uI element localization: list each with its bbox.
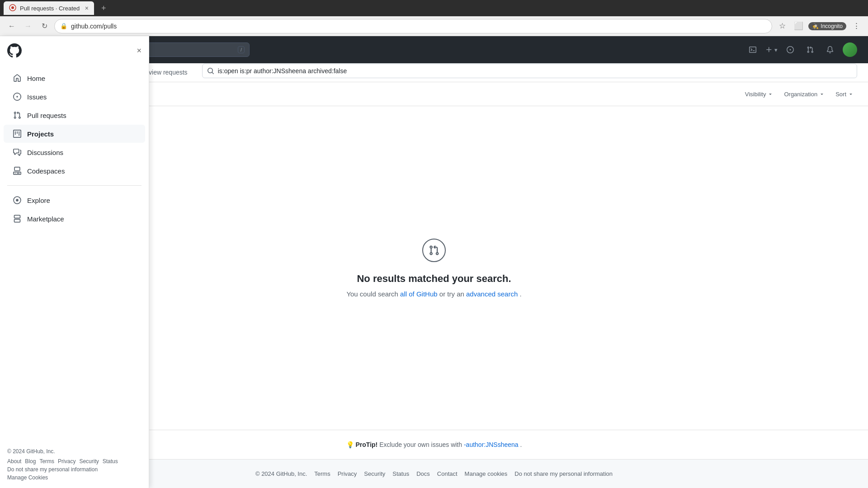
advanced-search-link[interactable]: advanced search bbox=[466, 290, 518, 298]
footer-security[interactable]: Security bbox=[364, 470, 385, 477]
sidebar-link-blog[interactable]: Blog bbox=[25, 458, 36, 465]
sort-dropdown-icon bbox=[848, 91, 854, 97]
sidebar-item-projects-label: Projects bbox=[27, 130, 54, 138]
organization-dropdown-icon bbox=[819, 91, 825, 97]
footer-copyright: © 2024 GitHub, Inc. bbox=[255, 470, 307, 477]
footer-docs[interactable]: Docs bbox=[416, 470, 430, 477]
pr-search-container bbox=[202, 64, 857, 82]
page-wrapper: × Home Issues Pull requests bbox=[0, 36, 868, 488]
pr-search-input-wrapper[interactable] bbox=[202, 64, 857, 78]
sidebar-item-home[interactable]: Home bbox=[4, 69, 145, 87]
add-new-button[interactable]: ▾ bbox=[765, 46, 778, 53]
pr-filter-actions: Visibility Organization Sort bbox=[741, 89, 857, 99]
pr-search-field[interactable] bbox=[218, 67, 852, 75]
sidebar-link-manage-cookies[interactable]: Manage Cookies bbox=[7, 474, 48, 481]
sidebar-item-issues-label: Issues bbox=[27, 93, 47, 101]
search-shortcut: / bbox=[238, 46, 245, 53]
browser-actions: ☆ ⬜ 🕵 Incognito ⋮ bbox=[776, 20, 863, 33]
back-button[interactable]: ← bbox=[5, 20, 18, 33]
sidebar-link-status[interactable]: Status bbox=[103, 458, 118, 465]
tab-favicon bbox=[9, 4, 16, 13]
issues-header-button[interactable] bbox=[783, 42, 797, 57]
user-avatar[interactable] bbox=[843, 42, 857, 57]
footer-manage-cookies[interactable]: Manage cookies bbox=[465, 470, 508, 477]
terminal-button[interactable] bbox=[745, 42, 760, 57]
pr-search-icon bbox=[207, 67, 214, 75]
split-view-button[interactable]: ⬜ bbox=[792, 20, 805, 33]
sidebar-item-marketplace-label: Marketplace bbox=[27, 215, 64, 223]
home-icon bbox=[13, 74, 22, 83]
empty-desc-prefix: You could search bbox=[346, 290, 398, 298]
address-text: github.com/pulls bbox=[71, 23, 117, 30]
codespaces-icon bbox=[13, 166, 22, 175]
empty-desc-suffix: . bbox=[519, 290, 521, 298]
pull-request-empty-icon bbox=[429, 245, 439, 256]
sidebar-link-security[interactable]: Security bbox=[79, 458, 99, 465]
sidebar-footer-links: About Blog Terms Privacy Security Status… bbox=[7, 458, 142, 481]
protip-text-suffix: . bbox=[520, 441, 522, 448]
sidebar-item-projects[interactable]: Projects bbox=[4, 125, 145, 143]
footer-contact[interactable]: Contact bbox=[437, 470, 458, 477]
sidebar-copyright: © 2024 GitHub, Inc. bbox=[7, 448, 142, 455]
lightbulb-icon: 💡 bbox=[346, 441, 354, 448]
new-tab-button[interactable]: + bbox=[98, 1, 110, 15]
footer-do-not-share[interactable]: Do not share my personal information bbox=[514, 470, 613, 477]
protip-label: ProTip! bbox=[356, 441, 378, 448]
svg-point-1 bbox=[11, 6, 14, 9]
incognito-label: Incognito bbox=[821, 23, 843, 29]
sidebar-item-discussions[interactable]: Discussions bbox=[4, 143, 145, 161]
sidebar-link-privacy[interactable]: Privacy bbox=[58, 458, 75, 465]
footer-status[interactable]: Status bbox=[392, 470, 409, 477]
marketplace-icon bbox=[13, 214, 22, 223]
all-github-link[interactable]: all of GitHub bbox=[400, 290, 438, 298]
sidebar-header: × bbox=[0, 36, 149, 65]
more-options-button[interactable]: ⋮ bbox=[850, 20, 863, 33]
sidebar-item-discussions-label: Discussions bbox=[27, 149, 63, 156]
browser-titlebar: Pull requests · Created × + bbox=[0, 0, 868, 16]
sort-filter[interactable]: Sort bbox=[832, 89, 857, 99]
sidebar-item-home-label: Home bbox=[27, 75, 45, 82]
explore-icon bbox=[13, 196, 22, 205]
pull-requests-header-button[interactable] bbox=[803, 42, 817, 57]
tab-close-button[interactable]: × bbox=[85, 5, 89, 12]
sidebar-item-issues[interactable]: Issues bbox=[4, 88, 145, 106]
incognito-icon: 🕵 bbox=[812, 23, 819, 29]
plus-icon bbox=[765, 46, 773, 53]
footer-terms[interactable]: Terms bbox=[314, 470, 330, 477]
browser-toolbar: ← → ↻ 🔒 github.com/pulls ☆ ⬜ 🕵 Incognito… bbox=[0, 16, 868, 36]
exclude-author-link[interactable]: -author:JNSsheena bbox=[464, 441, 519, 448]
sidebar-link-do-not-share[interactable]: Do not share my personal information bbox=[7, 466, 98, 473]
bookmark-button[interactable]: ☆ bbox=[776, 20, 788, 33]
address-bar[interactable]: 🔒 github.com/pulls bbox=[54, 19, 772, 33]
sidebar-item-pull-requests[interactable]: Pull requests bbox=[4, 106, 145, 124]
projects-icon bbox=[13, 129, 22, 138]
lock-icon: 🔒 bbox=[60, 23, 67, 29]
sidebar-link-terms[interactable]: Terms bbox=[39, 458, 54, 465]
sidebar-divider bbox=[7, 185, 142, 186]
reload-button[interactable]: ↻ bbox=[38, 20, 51, 33]
sidebar: × Home Issues Pull requests bbox=[0, 36, 149, 488]
sidebar-link-about[interactable]: About bbox=[7, 458, 21, 465]
sidebar-item-codespaces-label: Codespaces bbox=[27, 167, 65, 175]
active-tab[interactable]: Pull requests · Created × bbox=[4, 1, 94, 15]
sidebar-item-explore[interactable]: Explore bbox=[4, 191, 145, 209]
empty-state-icon bbox=[422, 239, 446, 262]
organization-filter[interactable]: Organization bbox=[780, 89, 828, 99]
forward-button[interactable]: → bbox=[22, 20, 34, 33]
visibility-filter[interactable]: Visibility bbox=[741, 89, 777, 99]
tab-title: Pull requests · Created bbox=[20, 5, 80, 12]
empty-state-description: You could search all of GitHub or try an… bbox=[346, 290, 521, 298]
sidebar-close-button[interactable]: × bbox=[137, 46, 142, 56]
incognito-badge: 🕵 Incognito bbox=[808, 22, 846, 30]
sidebar-item-explore-label: Explore bbox=[27, 197, 50, 204]
footer-privacy[interactable]: Privacy bbox=[338, 470, 357, 477]
pull-requests-icon bbox=[13, 111, 22, 120]
notifications-button[interactable] bbox=[823, 42, 837, 57]
header-actions: ▾ bbox=[745, 42, 857, 57]
sidebar-item-codespaces[interactable]: Codespaces bbox=[4, 162, 145, 180]
discussions-icon bbox=[13, 148, 22, 157]
empty-state-title: No results matched your search. bbox=[357, 273, 511, 285]
sidebar-item-pull-requests-label: Pull requests bbox=[27, 112, 66, 119]
sidebar-footer: © 2024 GitHub, Inc. About Blog Terms Pri… bbox=[0, 441, 149, 488]
sidebar-item-marketplace[interactable]: Marketplace bbox=[4, 210, 145, 228]
